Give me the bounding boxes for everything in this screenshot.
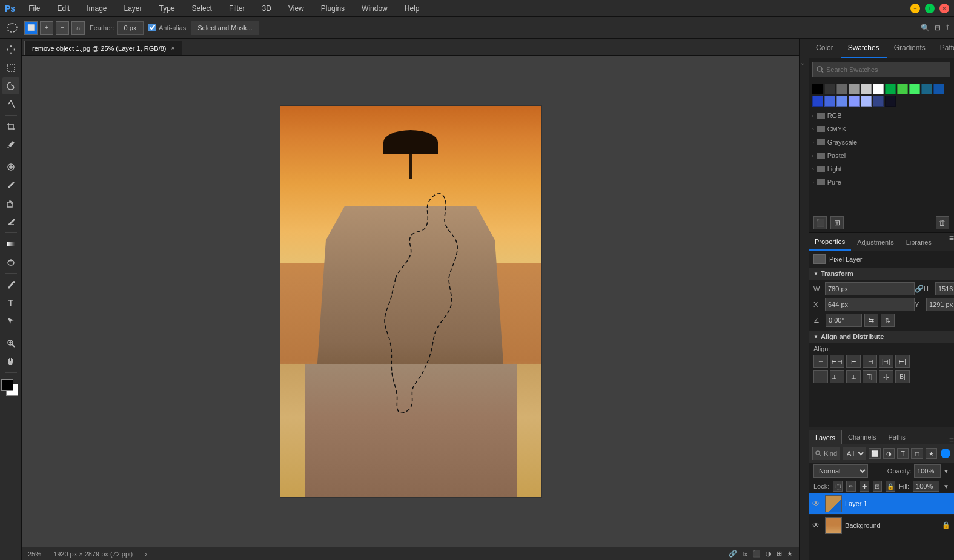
- swatch-dark-gray[interactable]: [824, 84, 835, 94]
- menu-edit[interactable]: Edit: [53, 3, 73, 14]
- menu-select[interactable]: Select: [188, 3, 216, 14]
- filter-shape-btn[interactable]: ◻: [911, 448, 923, 459]
- panel-collapse-btn[interactable]: ›: [799, 39, 809, 560]
- filter-kind-select[interactable]: All: [843, 447, 866, 460]
- distribute-center-v-btn[interactable]: -|-: [879, 370, 893, 383]
- swatch-black[interactable]: [812, 84, 823, 94]
- swatch-very-dark[interactable]: [885, 96, 896, 107]
- type-tool[interactable]: T: [2, 294, 19, 311]
- marquee-tool[interactable]: [2, 59, 19, 76]
- rotate-input[interactable]: [826, 314, 862, 327]
- healing-tool[interactable]: [2, 159, 19, 176]
- fill-input[interactable]: [913, 481, 939, 492]
- background-visibility-btn[interactable]: 👁: [812, 521, 822, 530]
- swatch-blue3[interactable]: [824, 96, 835, 107]
- layer1-visibility-btn[interactable]: 👁: [812, 499, 822, 508]
- swatch-group-grayscale-header[interactable]: › Grayscale: [809, 137, 954, 148]
- opacity-input[interactable]: [914, 464, 941, 478]
- eraser-tool[interactable]: [2, 213, 19, 230]
- swatch-group-light-header[interactable]: › Light: [809, 163, 954, 174]
- move-tool[interactable]: [2, 41, 19, 58]
- menu-file[interactable]: File: [25, 3, 44, 14]
- distribute-top-btn[interactable]: T|: [863, 370, 877, 383]
- share-btn[interactable]: ⤴: [946, 24, 949, 32]
- swatch-green2[interactable]: [897, 84, 908, 94]
- window-minimize[interactable]: −: [910, 4, 920, 13]
- filter-smart-btn[interactable]: ★: [926, 448, 937, 459]
- fill-chevron[interactable]: ▼: [943, 483, 949, 490]
- crop-tool[interactable]: [2, 118, 19, 135]
- align-center-v-btn[interactable]: ⊥⊤: [830, 370, 844, 383]
- layer-item-background[interactable]: 👁 Background 🔒: [809, 515, 954, 536]
- color-tab[interactable]: Color: [809, 39, 841, 58]
- new-selection-btn[interactable]: ⬜: [24, 21, 38, 35]
- menu-3d[interactable]: 3D: [259, 3, 275, 14]
- distribute-left-btn[interactable]: |⊣: [863, 355, 877, 368]
- distribute-right-btn[interactable]: ⊢|: [895, 355, 910, 368]
- menu-help[interactable]: Help: [401, 3, 423, 14]
- patterns-tab[interactable]: Patterns: [933, 39, 954, 58]
- new-group-btn[interactable]: ⬛: [813, 216, 827, 229]
- properties-tab[interactable]: Properties: [809, 233, 851, 251]
- gradient-tool[interactable]: [2, 236, 19, 252]
- lasso-tool-icon[interactable]: [5, 21, 19, 35]
- swatch-blue4[interactable]: [836, 96, 847, 107]
- delete-swatch-btn[interactable]: 🗑: [936, 216, 949, 229]
- swatch-group-pure-header[interactable]: › Pure: [809, 177, 954, 188]
- path-select-tool[interactable]: [2, 312, 19, 329]
- swatch-green1[interactable]: [885, 84, 896, 94]
- menu-type[interactable]: Type: [156, 3, 179, 14]
- flip-h-btn[interactable]: ⇆: [864, 314, 878, 327]
- align-right-btn[interactable]: ⊢: [846, 355, 861, 368]
- magic-wand-tool[interactable]: [2, 96, 19, 113]
- filter-adjust-btn[interactable]: ◑: [883, 448, 895, 459]
- align-center-h-btn[interactable]: ⊢⊣: [830, 355, 844, 368]
- swatch-lavender[interactable]: [849, 96, 860, 107]
- layers-tab[interactable]: Layers: [809, 430, 842, 444]
- y-input[interactable]: [926, 298, 954, 311]
- distribute-bottom-btn[interactable]: B|: [895, 370, 910, 383]
- align-bottom-btn[interactable]: ⊥: [846, 370, 861, 383]
- filter-toggle-btn[interactable]: [941, 449, 950, 458]
- layers-menu-btn[interactable]: ≡: [949, 435, 954, 444]
- menu-view[interactable]: View: [285, 3, 308, 14]
- channels-tab[interactable]: Channels: [842, 430, 882, 444]
- transform-header[interactable]: ▼ Transform: [809, 268, 954, 280]
- search-swatches-input[interactable]: [826, 66, 946, 73]
- lock-paint-btn[interactable]: ✏: [846, 481, 856, 492]
- lock-all-btn[interactable]: 🔒: [886, 481, 895, 492]
- lock-move-btn[interactable]: ✚: [860, 481, 869, 492]
- width-input[interactable]: [825, 282, 915, 295]
- window-maximize[interactable]: +: [925, 4, 935, 13]
- swatch-dark-blue[interactable]: [873, 96, 884, 107]
- swatch-light-blue[interactable]: [861, 96, 872, 107]
- layer-item-layer1[interactable]: 👁 Layer 1: [809, 493, 954, 515]
- swatch-light-gray[interactable]: [849, 84, 860, 94]
- lock-artboard-btn[interactable]: ⊡: [873, 481, 883, 492]
- pen-tool[interactable]: [2, 276, 19, 293]
- align-left-btn[interactable]: ⊣: [813, 355, 828, 368]
- feather-input[interactable]: [117, 21, 144, 35]
- workspace-btn[interactable]: ⊟: [935, 24, 941, 32]
- anti-alias-checkbox[interactable]: [148, 24, 156, 31]
- new-swatch-btn[interactable]: ⊞: [830, 216, 844, 229]
- swatch-blue2[interactable]: [812, 96, 823, 107]
- opacity-chevron[interactable]: ▼: [943, 468, 949, 475]
- eyedropper-tool[interactable]: [2, 136, 19, 153]
- swatch-group-cmyk-header[interactable]: › CMYK: [809, 124, 954, 134]
- search-btn[interactable]: 🔍: [921, 24, 930, 32]
- foreground-color[interactable]: [1, 379, 13, 391]
- swatch-mid-gray[interactable]: [836, 84, 847, 94]
- filter-type-btn[interactable]: T: [897, 448, 909, 459]
- swatch-blue1[interactable]: [933, 84, 944, 94]
- brush-tool[interactable]: [2, 177, 19, 194]
- swatch-teal[interactable]: [921, 84, 932, 94]
- zoom-tool[interactable]: [2, 335, 19, 352]
- blend-mode-select[interactable]: Normal: [813, 464, 868, 478]
- lock-transparent-btn[interactable]: ⬚: [833, 481, 843, 492]
- flip-v-btn[interactable]: ⇅: [881, 314, 895, 327]
- swatch-group-rgb-header[interactable]: › RGB: [809, 110, 954, 121]
- swatches-tab[interactable]: Swatches: [841, 39, 887, 58]
- stamp-tool[interactable]: [2, 195, 19, 212]
- link-wh-btn[interactable]: 🔗: [915, 282, 924, 295]
